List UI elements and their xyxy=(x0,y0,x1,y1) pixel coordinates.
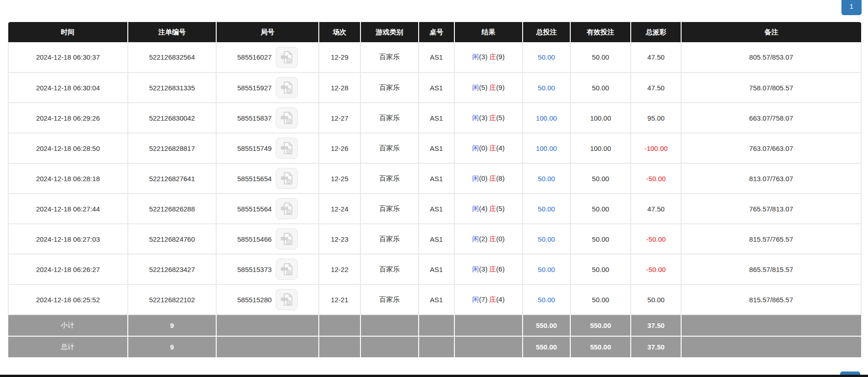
cell-valid-bet: 50.00 xyxy=(570,163,631,194)
cell-bet-id: 522126832564 xyxy=(128,42,217,72)
summary-row: 小计 9 550.00 550.00 37.50 xyxy=(8,315,861,336)
column-header-round_no: 局号 xyxy=(216,22,318,42)
summary-empty-round xyxy=(216,336,318,358)
cell-session: 12-23 xyxy=(319,224,360,254)
column-header-time: 时间 xyxy=(8,22,128,42)
result-player-points: (7) xyxy=(479,295,487,303)
cell-time: 2024-12-18 06:26:27 xyxy=(8,254,128,284)
video-file-icon xyxy=(279,171,294,186)
cell-total-bet[interactable]: 50.00 xyxy=(523,163,570,194)
summary-empty-remark xyxy=(681,336,861,358)
cell-table-no: AS1 xyxy=(419,42,454,72)
cell-round-no: 585515927 xyxy=(216,72,318,103)
result-banker-label: 庄 xyxy=(489,114,496,122)
cell-result: 闲(0) 庄(4) xyxy=(454,133,523,163)
cell-payout: 95.00 xyxy=(631,103,681,133)
round-number: 585515564 xyxy=(237,205,272,213)
video-file-icon xyxy=(279,292,294,307)
cell-session: 12-24 xyxy=(319,194,360,224)
result-player-label: 闲 xyxy=(472,53,479,61)
cell-remark: 805.57/853.07 xyxy=(681,42,861,72)
cell-table-no: AS1 xyxy=(419,133,454,163)
result-banker-label: 庄 xyxy=(489,174,496,182)
result-player-points: (0) xyxy=(479,174,487,182)
video-replay-button[interactable] xyxy=(276,198,298,219)
result-banker-points: (9) xyxy=(496,83,504,91)
cell-game-type: 百家乐 xyxy=(360,163,419,194)
cell-bet-id: 522126823427 xyxy=(128,254,217,284)
video-file-icon xyxy=(279,201,294,216)
cell-table-no: AS1 xyxy=(419,163,454,194)
cell-session: 12-22 xyxy=(319,254,360,284)
video-replay-button[interactable] xyxy=(276,289,298,310)
cell-payout: -50.00 xyxy=(631,224,681,254)
cell-total-bet[interactable]: 50.00 xyxy=(523,254,570,284)
cell-remark: 663.07/758.07 xyxy=(681,103,861,133)
cell-bet-id: 522126826288 xyxy=(128,194,217,224)
cell-session: 12-29 xyxy=(319,42,360,72)
round-number: 585515373 xyxy=(237,266,272,273)
summary-count: 9 xyxy=(128,315,217,336)
cell-total-bet[interactable]: 50.00 xyxy=(523,224,570,254)
cell-payout: -100.00 xyxy=(631,133,681,163)
table-row: 2024-12-18 06:30:37 522126832564 5855160… xyxy=(8,42,861,72)
round-number: 585515280 xyxy=(237,296,272,304)
round-number: 585515837 xyxy=(237,114,272,122)
result-banker-label: 庄 xyxy=(489,205,496,212)
table-body: 2024-12-18 06:30:37 522126832564 5855160… xyxy=(8,42,861,358)
summary-empty-result xyxy=(454,336,523,358)
cell-table-no: AS1 xyxy=(419,103,454,133)
video-replay-button[interactable] xyxy=(276,259,298,280)
result-player-points: (5) xyxy=(479,83,487,91)
column-header-valid_bet: 有效投注 xyxy=(570,22,631,42)
column-header-total_bet: 总投注 xyxy=(523,22,570,42)
cell-total-bet[interactable]: 100.00 xyxy=(523,133,570,163)
column-header-session: 场次 xyxy=(319,22,360,42)
cell-bet-id: 522126822102 xyxy=(128,284,217,315)
cell-time: 2024-12-18 06:29:26 xyxy=(8,103,128,133)
cell-total-bet[interactable]: 100.00 xyxy=(523,103,570,133)
summary-empty-table xyxy=(419,315,454,336)
result-banker-label: 庄 xyxy=(489,53,496,61)
video-replay-button[interactable] xyxy=(276,47,298,68)
video-replay-button[interactable] xyxy=(276,168,298,189)
result-player-label: 闲 xyxy=(472,114,479,122)
result-player-points: (2) xyxy=(479,235,487,243)
table-row: 2024-12-18 06:30:04 522126831335 5855159… xyxy=(8,72,861,103)
cell-session: 12-26 xyxy=(319,133,360,163)
summary-empty-round xyxy=(216,315,318,336)
cell-remark: 765.57/813.07 xyxy=(681,194,861,224)
cell-payout: 47.50 xyxy=(631,72,681,103)
cell-game-type: 百家乐 xyxy=(360,284,419,315)
pagination-page-1-top[interactable]: 1 xyxy=(841,0,862,15)
video-replay-button[interactable] xyxy=(276,138,298,159)
video-file-icon xyxy=(279,232,294,246)
result-banker-label: 庄 xyxy=(489,144,496,152)
cell-total-bet[interactable]: 50.00 xyxy=(523,72,570,103)
cell-bet-id: 522126828817 xyxy=(128,133,217,163)
cell-total-bet[interactable]: 50.00 xyxy=(523,194,570,224)
cell-result: 闲(7) 庄(4) xyxy=(454,284,523,315)
result-banker-points: (5) xyxy=(496,114,504,122)
result-player-label: 闲 xyxy=(472,295,479,303)
cell-round-no: 585515749 xyxy=(216,133,318,163)
cell-total-bet[interactable]: 50.00 xyxy=(523,284,570,315)
summary-valid-bet: 550.00 xyxy=(570,315,631,336)
cell-total-bet[interactable]: 50.00 xyxy=(523,42,570,72)
video-replay-button[interactable] xyxy=(276,107,298,128)
summary-label: 小计 xyxy=(8,315,128,336)
cell-table-no: AS1 xyxy=(419,194,454,224)
round-number: 585515927 xyxy=(237,84,272,92)
video-replay-button[interactable] xyxy=(276,77,298,98)
cell-game-type: 百家乐 xyxy=(360,224,419,254)
cell-result: 闲(3) 庄(9) xyxy=(454,42,523,72)
summary-empty-game xyxy=(360,336,419,358)
cell-session: 12-25 xyxy=(319,163,360,194)
summary-row: 总计 9 550.00 550.00 37.50 xyxy=(8,336,861,358)
cell-result: 闲(5) 庄(9) xyxy=(454,72,523,103)
cell-bet-id: 522126831335 xyxy=(128,72,217,103)
column-header-table_no: 桌号 xyxy=(419,22,454,42)
result-player-points: (3) xyxy=(479,53,487,61)
column-header-game: 游戏类别 xyxy=(360,22,419,42)
video-replay-button[interactable] xyxy=(276,228,298,249)
